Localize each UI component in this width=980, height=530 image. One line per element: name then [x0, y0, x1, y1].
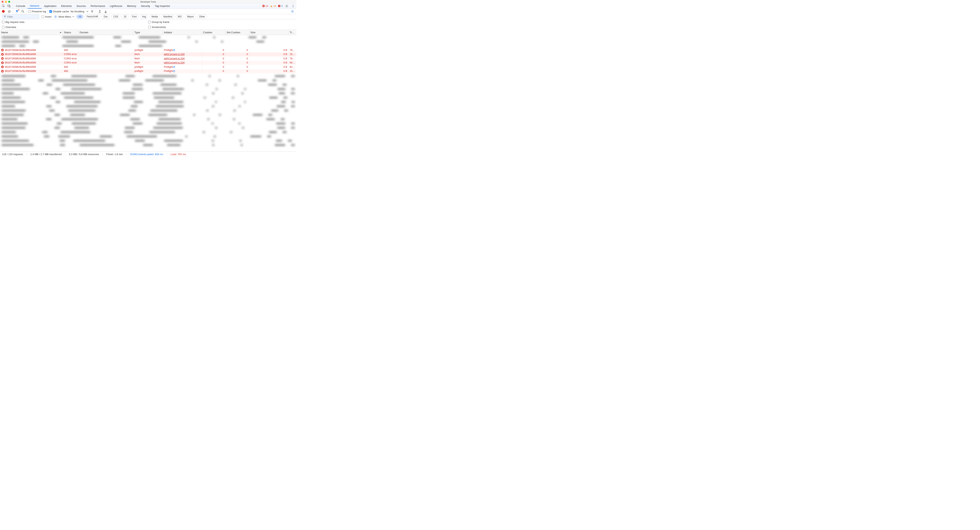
- svg-rect-5: [271, 6, 272, 7]
- invert-label: Invert: [45, 15, 51, 18]
- filter-input-wrap[interactable]: [2, 14, 39, 19]
- cell-status: CORS error: [63, 61, 78, 65]
- request-name: 661972659626cf6c8f60d586: [5, 66, 36, 68]
- error-count-badge[interactable]: 13: [262, 5, 268, 8]
- overview-label: Overview: [5, 25, 16, 29]
- cell-cookies: 0: [202, 52, 225, 57]
- tab-performance[interactable]: Performance: [88, 3, 107, 9]
- throttling-selector[interactable]: No throttling: [70, 10, 88, 13]
- warning-count: 13: [274, 5, 276, 8]
- col-cookies[interactable]: Cookies: [202, 30, 225, 35]
- tab-console[interactable]: Console: [14, 3, 28, 9]
- col-domain[interactable]: Domain: [78, 30, 133, 35]
- kebab-menu-icon[interactable]: [291, 4, 295, 8]
- table-row[interactable]: 661972659626cf6c8f60d586400preflightPref…: [0, 69, 296, 73]
- chip-media[interactable]: Media: [150, 15, 160, 19]
- table-row[interactable]: 661972659626cf6c8f60d586CORS errorfetchw…: [0, 52, 296, 57]
- preserve-log-checkbox[interactable]: Preserve log: [28, 10, 46, 13]
- tab-memory[interactable]: Memory: [125, 3, 138, 9]
- chevron-down-icon: [72, 16, 74, 17]
- col-time[interactable]: Ti…: [288, 30, 296, 35]
- disable-cache-checkbox[interactable]: Disable cache: [49, 10, 69, 13]
- chip-other[interactable]: Other: [197, 15, 207, 19]
- request-name: 661972659626cf6c8f60d586: [5, 57, 36, 60]
- tab-lighthouse[interactable]: Lighthouse: [107, 3, 125, 9]
- chip-ws[interactable]: WS: [176, 15, 184, 19]
- tab-security[interactable]: Security: [138, 3, 153, 9]
- col-size[interactable]: Size: [249, 30, 288, 35]
- svg-point-12: [293, 7, 293, 7]
- import-har-icon[interactable]: [98, 9, 102, 14]
- network-settings-icon[interactable]: [291, 9, 295, 14]
- chip-font[interactable]: Font: [130, 15, 139, 19]
- status-requests: 116 / 133 requests: [2, 153, 23, 156]
- tab-application[interactable]: Application: [41, 3, 59, 9]
- chip-js[interactable]: JS: [121, 15, 129, 19]
- table-row[interactable]: 661972659626cf6c8f60d586400preflightPref…: [0, 65, 296, 69]
- col-set-cookies[interactable]: Set Cookies: [225, 30, 249, 35]
- right-status-icons: 13 13 3: [262, 3, 296, 9]
- table-row[interactable]: 661972659626cf6c8f60d586400preflightPref…: [0, 48, 296, 52]
- device-toolbar-icon[interactable]: [6, 3, 12, 9]
- chip-manifest[interactable]: Manifest: [161, 15, 175, 19]
- initiator-link[interactable]: withConsent.js:204: [164, 61, 185, 64]
- svg-point-15: [92, 12, 92, 13]
- more-filters-dropdown[interactable]: 1 More filters: [54, 15, 74, 18]
- tab-network[interactable]: Network: [28, 3, 42, 9]
- tab-tag-inspector[interactable]: Tag Inspector: [153, 3, 172, 9]
- error-icon: [1, 62, 4, 64]
- clear-button[interactable]: [7, 9, 11, 14]
- chip-wasm[interactable]: Wasm: [185, 15, 196, 19]
- cell-time: 84…: [288, 61, 296, 65]
- tab-sources[interactable]: Sources: [74, 3, 88, 9]
- filter-toggle-icon[interactable]: [15, 9, 19, 14]
- table-row[interactable]: 661972659626cf6c8f60d586CORS errorfetchw…: [0, 56, 296, 61]
- chip-all[interactable]: All: [76, 15, 83, 19]
- screenshots-checkbox[interactable]: Screenshots: [148, 25, 166, 29]
- search-icon[interactable]: [21, 9, 25, 14]
- invert-checkbox[interactable]: Invert: [41, 15, 51, 18]
- settings-gear-icon[interactable]: [285, 4, 289, 8]
- cell-initiator: Preflight: [163, 69, 202, 73]
- cell-set-cookies: 0: [225, 48, 249, 52]
- warning-count-badge[interactable]: 13: [270, 5, 276, 8]
- chip-fetch-xhr[interactable]: Fetch/XHR: [84, 15, 100, 19]
- group-by-frame-checkbox[interactable]: Group by frame: [148, 21, 169, 24]
- request-name: 661972659626cf6c8f60d586: [5, 49, 36, 51]
- chip-doc[interactable]: Doc: [102, 15, 110, 19]
- svg-point-16: [292, 11, 293, 12]
- screenshots-label: Screenshots: [152, 25, 166, 29]
- status-resources: 5.3 MB / 5.6 MB resources: [69, 153, 99, 156]
- titlebar: Developer Tools: [0, 0, 296, 3]
- big-request-rows-checkbox[interactable]: Big request rows: [2, 21, 24, 24]
- cell-initiator: withConsent.js:204: [163, 52, 202, 57]
- chip-css[interactable]: CSS: [111, 15, 120, 19]
- issue-count-badge[interactable]: 3: [278, 5, 283, 8]
- chip-img[interactable]: Img: [140, 15, 148, 19]
- col-status[interactable]: Status: [63, 30, 78, 35]
- initiator-link[interactable]: withConsent.js:204: [164, 53, 185, 56]
- filter-input[interactable]: [7, 15, 31, 18]
- cell-time: 15…: [288, 69, 296, 73]
- table-body[interactable]: 661972659626cf6c8f60d586400preflightPref…: [0, 35, 296, 151]
- chevron-down-icon: [86, 11, 88, 12]
- request-name: 661972659626cf6c8f60d586: [5, 61, 36, 64]
- status-bar: 116 / 133 requests 2.4 MB / 2.7 MB trans…: [0, 151, 296, 157]
- table-row[interactable]: 661972659626cf6c8f60d586CORS errorfetchw…: [0, 61, 296, 65]
- inspect-element-icon[interactable]: [1, 3, 6, 9]
- export-har-icon[interactable]: [103, 9, 108, 14]
- network-conditions-icon[interactable]: [90, 9, 94, 14]
- record-button[interactable]: [1, 9, 5, 14]
- status-finish: Finish: 1.8 min: [106, 153, 123, 156]
- panel-tabs: ConsoleNetworkApplicationElementsSources…: [14, 3, 172, 9]
- col-initiator[interactable]: Initiator: [163, 30, 202, 35]
- initiator-link[interactable]: withConsent.js:204: [164, 57, 185, 60]
- tab-elements[interactable]: Elements: [59, 3, 74, 9]
- col-name[interactable]: Name: [0, 30, 63, 35]
- svg-rect-2: [9, 5, 10, 7]
- cell-set-cookies: 0: [225, 65, 249, 69]
- overview-checkbox[interactable]: Overview: [2, 25, 16, 29]
- network-toolbar: Preserve log Disable cache No throttling: [0, 9, 296, 14]
- col-type[interactable]: Type: [133, 30, 163, 35]
- cell-initiator: withConsent.js:204: [163, 61, 202, 65]
